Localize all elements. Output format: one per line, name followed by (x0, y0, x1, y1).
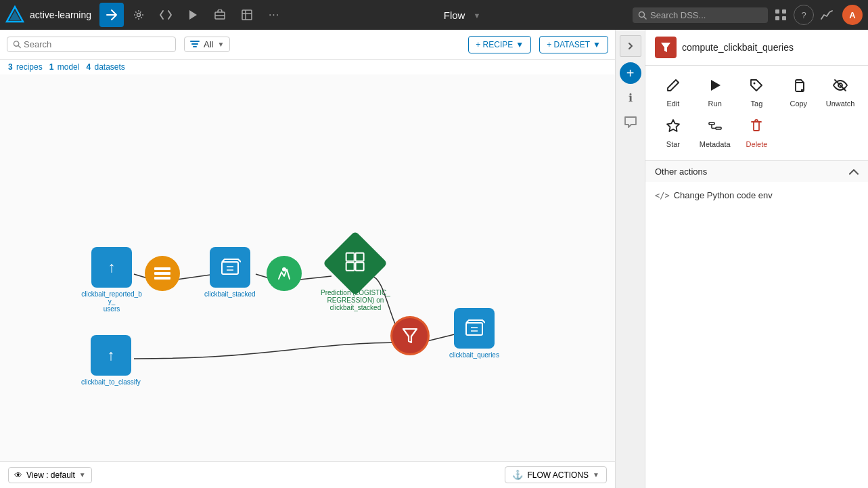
flow-search-wrap[interactable] (7, 37, 176, 52)
user-avatar[interactable]: A (842, 5, 863, 25)
svg-rect-11 (782, 9, 786, 14)
svg-rect-28 (346, 253, 355, 261)
star-icon (666, 118, 681, 137)
add-recipe-button[interactable]: + RECIPE ▼ (468, 36, 531, 53)
other-actions-header[interactable]: Other actions (645, 160, 868, 182)
apps-grid-icon[interactable] (771, 5, 791, 25)
view-icon: 👁 (14, 470, 22, 480)
node-label-clickbait-stacked: clickbait_stacked (204, 290, 256, 298)
filter-dropdown[interactable]: All ▼ (184, 37, 230, 52)
flow-actions-caret-icon: ▼ (593, 471, 599, 479)
node-clickbait-queries[interactable]: clickbait_queries (449, 308, 499, 359)
right-panel: compute_clickbait_queries Edit Run (645, 30, 868, 488)
flow-actions-label: FLOW ACTIONS (527, 470, 589, 480)
app-logo[interactable] (5, 5, 24, 24)
node-stack-recipe[interactable] (145, 256, 180, 291)
global-search-input[interactable] (650, 10, 762, 20)
add-node-button[interactable]: + (620, 62, 641, 84)
flow-nav-icon[interactable] (99, 3, 124, 27)
node-label-clickbait-to-classify: clickbait_to_classify (81, 378, 141, 386)
flow-caret: ▼ (473, 12, 480, 20)
add-dataset-button[interactable]: + DATASET ▼ (539, 36, 608, 53)
node-clickbait-reported[interactable]: ↑ clickbait_reported_by_users (81, 247, 142, 313)
svg-point-2 (137, 14, 141, 17)
run-label: Run (708, 99, 722, 108)
svg-point-27 (282, 267, 286, 271)
info-icon: ℹ (629, 91, 633, 104)
unwatch-icon (833, 78, 848, 97)
svg-rect-31 (356, 263, 364, 271)
svg-rect-43 (754, 122, 759, 131)
chat-button[interactable] (620, 111, 641, 133)
svg-rect-13 (782, 16, 786, 20)
analytics-icon[interactable] (817, 5, 837, 25)
app-name: active-learning (30, 9, 91, 20)
change-python-env-item[interactable]: </> Change Python code env (655, 187, 859, 203)
flow-canvas[interactable]: ↑ clickbait_reported_by_users clickbait_… (0, 74, 615, 461)
copy-button[interactable]: Copy (779, 74, 818, 112)
tag-button[interactable]: Tag (737, 74, 777, 112)
node-train-recipe[interactable] (267, 256, 302, 291)
filter-icon (190, 41, 200, 49)
other-actions-body: </> Change Python code env (645, 182, 868, 208)
svg-rect-22 (154, 272, 170, 275)
edit-button[interactable]: Edit (654, 74, 693, 112)
info-button[interactable]: ℹ (620, 87, 641, 108)
datasets-link[interactable]: datasets (95, 62, 125, 72)
svg-rect-12 (775, 16, 779, 20)
table-nav-icon[interactable] (235, 3, 259, 27)
delete-label: Delete (746, 140, 768, 148)
svg-rect-10 (775, 9, 779, 14)
model-count: 1 (49, 62, 54, 72)
change-python-env-label: Change Python code env (674, 190, 773, 200)
delete-button[interactable]: Delete (737, 114, 777, 152)
view-select[interactable]: 👁 View : default ▼ (8, 467, 92, 483)
node-prediction-model[interactable]: Prediction (LOGISTIC_REGRESSION) onclick… (321, 240, 390, 311)
flow-actions-button[interactable]: ⚓ FLOW ACTIONS ▼ (505, 466, 607, 483)
flow-search-icon (13, 40, 21, 49)
svg-rect-40 (716, 127, 721, 129)
tag-icon (749, 78, 764, 97)
svg-point-35 (754, 83, 756, 85)
metadata-icon (708, 118, 723, 137)
model-link[interactable]: model (58, 62, 80, 72)
cog-nav-icon[interactable] (127, 3, 151, 27)
run-icon (708, 78, 723, 97)
sidebar-icons: + ℹ (615, 30, 645, 488)
panel-arrow-icon[interactable] (620, 35, 641, 57)
unwatch-button[interactable]: Unwatch (821, 74, 860, 112)
metadata-button[interactable]: Metadata (695, 114, 735, 152)
edit-label: Edit (666, 99, 679, 108)
topnav: active-learning ··· Flow ▼ ? A (0, 0, 868, 30)
node-clickbait-stacked[interactable]: clickbait_stacked (204, 247, 256, 298)
svg-rect-39 (709, 123, 714, 125)
node-filter-recipe[interactable] (392, 318, 428, 353)
star-button[interactable]: Star (654, 114, 693, 152)
filter-label: All (204, 39, 213, 49)
unwatch-label: Unwatch (826, 99, 855, 108)
recipes-link[interactable]: recipes (16, 62, 43, 72)
node-label-clickbait-reported: clickbait_reported_by_users (81, 290, 142, 313)
code-nav-icon[interactable] (154, 3, 178, 27)
run-button[interactable]: Run (695, 74, 735, 112)
panel-title: compute_clickbait_queries (682, 42, 794, 53)
recipe-caret-icon: ▼ (516, 40, 524, 49)
global-search[interactable] (633, 7, 768, 23)
node-clickbait-to-classify[interactable]: ↑ clickbait_to_classify (81, 335, 141, 386)
toolbar: All ▼ + RECIPE ▼ + DATASET ▼ (0, 30, 615, 60)
svg-rect-30 (346, 263, 355, 271)
metadata-label: Metadata (700, 140, 731, 148)
help-icon[interactable]: ? (794, 5, 814, 25)
other-actions-title: Other actions (655, 167, 707, 177)
code-brackets-icon: </> (655, 191, 670, 200)
flow-search-input[interactable] (24, 39, 170, 49)
jobs-nav-icon[interactable] (208, 3, 232, 27)
svg-rect-24 (222, 262, 238, 274)
more-nav-icon[interactable]: ··· (262, 3, 286, 27)
star-label: Star (666, 140, 680, 148)
delete-icon (749, 118, 764, 137)
chat-icon (624, 116, 637, 128)
flow-actions-icon: ⚓ (512, 470, 523, 480)
svg-rect-29 (356, 253, 364, 261)
play-nav-icon[interactable] (181, 3, 205, 27)
